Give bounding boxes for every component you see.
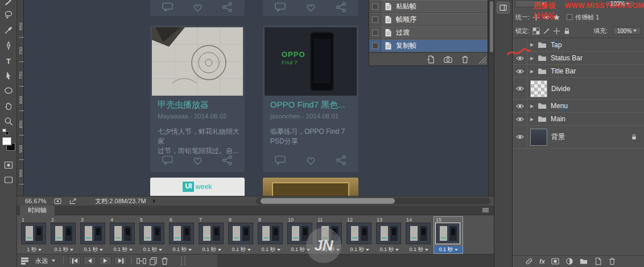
frame-7[interactable]: 70.1 秒 [197,217,226,253]
foreground-color-swatch[interactable] [2,137,11,145]
zoom-tool-icon[interactable] [0,114,17,128]
frame-10[interactable]: 100.1 秒 [286,217,315,253]
opacity-select[interactable]: 100% [605,0,635,7]
disclosure-arrow-icon[interactable]: ▶ [527,56,536,61]
frame-13[interactable]: 130.1 秒 [375,217,403,253]
frame-duration-select[interactable]: 0.1 秒 [49,246,78,253]
delete-state-button[interactable] [461,55,469,64]
frame-1[interactable]: 11 秒 [20,217,48,253]
add-layer-mask-button[interactable] [551,257,559,265]
propagate-frame-checkbox[interactable] [567,14,572,20]
frame-14[interactable]: 140.1 秒 [404,217,433,253]
frame-11[interactable]: 110.1 秒 [316,217,344,253]
layer-row-title-bar[interactable]: ▶ Title Bar [513,65,644,78]
history-state-row[interactable]: 过渡 [369,26,488,39]
frame-2[interactable]: 20.1 秒 [49,217,78,253]
status-menu-arrow-icon[interactable] [153,199,156,203]
fill-select[interactable]: 100% [613,27,641,35]
history-state-row-selected[interactable]: 复制帧 [369,39,488,52]
delete-frame-button[interactable] [160,257,169,265]
horizontal-scrollbar-thumb[interactable] [261,198,395,204]
frame-3[interactable]: 30.1 秒 [79,217,108,253]
frame-duration-select[interactable]: 0.1 秒 [109,246,137,253]
frame-duration-select[interactable]: 0.1 秒 [286,246,315,253]
frame-duration-select[interactable]: 0.1 秒 [434,246,463,253]
frame-duration-select[interactable]: 0.1 秒 [168,246,196,253]
visibility-toggle-off[interactable] [513,38,527,51]
link-layers-button[interactable] [525,257,533,265]
frame-4[interactable]: 40.1 秒 [109,217,137,253]
convert-to-video-timeline-button[interactable] [20,257,29,265]
history-source-checkbox[interactable] [369,26,381,39]
previous-frame-button[interactable] [84,256,96,265]
layer-row-divide[interactable]: Divide [513,78,644,100]
lock-position-icon[interactable] [553,27,560,35]
layer-row-tap[interactable]: ▶ Tap [513,38,644,52]
frame-6[interactable]: 60.1 秒 [168,217,196,253]
visibility-toggle[interactable] [513,100,527,112]
layer-thumbnail[interactable] [530,129,547,146]
blend-mode-select[interactable] [515,0,548,7]
visibility-toggle[interactable] [513,78,527,99]
tween-button[interactable] [137,257,146,265]
new-layer-button[interactable] [594,257,602,265]
history-source-checkbox[interactable] [369,39,381,52]
frame-duration-select[interactable]: 0.1 秒 [257,246,285,253]
adjustment-layer-button[interactable] [565,257,573,265]
layer-row-background[interactable]: 背景 [513,126,644,149]
unify-visibility-icon[interactable] [543,14,550,21]
frame-15-selected[interactable]: 150.1 秒 [434,217,463,253]
zoom-level[interactable]: 66.67% [25,198,46,204]
frame-duration-select[interactable]: 0.1 秒 [197,246,226,253]
lock-transparency-icon[interactable] [532,27,540,35]
hand-tool-icon[interactable] [0,99,17,113]
layer-row-menu[interactable]: ▶ Menu [513,100,644,113]
visibility-toggle[interactable] [513,113,527,125]
visibility-toggle[interactable] [513,65,527,77]
disclosure-arrow-icon[interactable]: ▶ [527,69,536,74]
eyedropper-tool-icon[interactable] [0,23,17,37]
pen-tool-icon[interactable] [0,39,17,52]
disclosure-arrow-icon[interactable]: ▶ [527,104,536,109]
next-frame-button[interactable] [114,256,127,265]
screen-mode-icon[interactable] [0,173,17,187]
delete-layer-button[interactable] [608,257,616,265]
history-source-checkbox[interactable] [369,0,381,13]
export-icon[interactable] [69,198,77,204]
path-selection-tool-icon[interactable] [0,69,17,83]
vertical-scrollbar[interactable] [488,0,494,196]
new-group-button[interactable] [580,257,588,265]
frame-duration-select[interactable]: 0.1 秒 [138,246,167,253]
quick-mask-icon[interactable] [0,158,17,172]
panel-menu-icon[interactable] [482,207,489,213]
new-document-from-state-button[interactable] [427,55,435,64]
lock-all-icon[interactable] [563,27,571,35]
type-tool-icon[interactable]: T [0,54,17,68]
unify-position-icon[interactable] [532,14,540,21]
preview-icon[interactable] [54,198,61,204]
panel-drag-grip[interactable] [181,257,185,265]
frame-8[interactable]: 80.1 秒 [227,217,255,253]
vertical-scrollbar-thumb[interactable] [490,1,493,52]
horizontal-scrollbar[interactable] [256,198,490,204]
frame-duration-select[interactable]: 0.1 秒 [404,246,433,253]
frame-duration-select[interactable]: 1 秒 [20,246,48,253]
frame-duration-select[interactable]: 0.1 秒 [375,246,403,253]
visibility-toggle[interactable] [513,52,527,64]
frame-duration-select[interactable]: 0.1 秒 [316,246,344,253]
lock-pixels-icon[interactable] [543,27,550,35]
layer-row-status-bar[interactable]: ▶ Status Bar [513,52,644,65]
visibility-toggle[interactable] [513,126,527,148]
layer-thumbnail[interactable] [530,80,547,97]
history-source-checkbox[interactable] [369,13,381,26]
first-frame-button[interactable] [68,256,81,265]
lasso-tool-icon[interactable] [0,8,17,22]
frame-9[interactable]: 90.1 秒 [257,217,285,253]
duplicate-frame-button[interactable] [149,257,158,265]
ellipse-tool-icon[interactable] [0,84,17,97]
loop-count-select[interactable]: 永远 [32,256,59,265]
default-colors-icon[interactable] [2,129,10,135]
play-button[interactable] [99,256,112,265]
disclosure-arrow-icon[interactable]: ▶ [527,42,536,47]
history-state-row[interactable]: 帧顺序 [369,13,488,26]
